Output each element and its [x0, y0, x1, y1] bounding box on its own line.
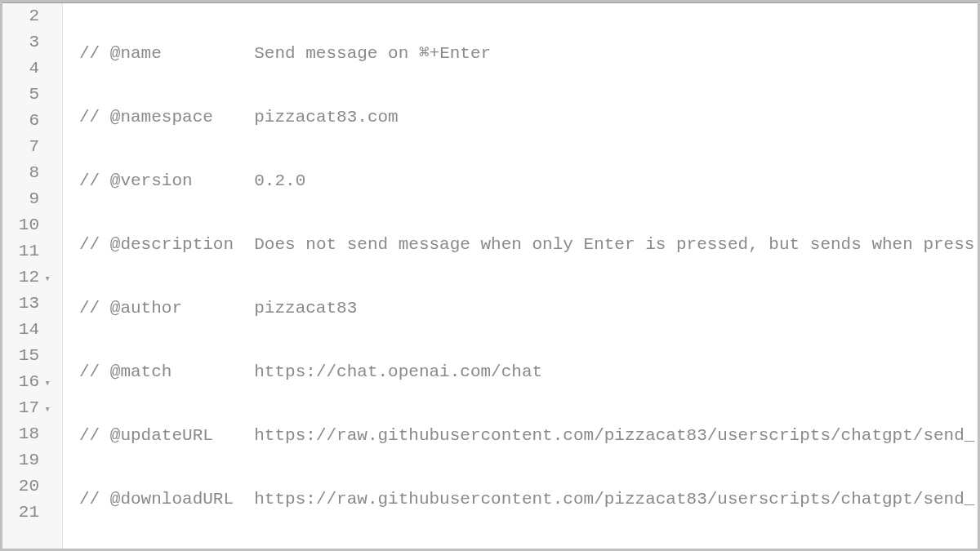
- fold-toggle-icon[interactable]: ▾: [41, 371, 51, 397]
- code-line: // @namespace pizzacat83.com: [79, 104, 978, 131]
- line-number: 10: [2, 212, 51, 238]
- code-line: // @version 0.2.0: [79, 168, 978, 194]
- line-number: 15: [2, 343, 51, 369]
- code-line: // @description Does not send message wh…: [79, 232, 978, 258]
- line-number: 5: [2, 82, 51, 108]
- code-line: // @name Send message on ⌘+Enter: [79, 41, 978, 67]
- line-number: 4: [2, 56, 51, 82]
- fold-toggle-icon[interactable]: ▾: [41, 397, 51, 423]
- line-number: 17▾: [2, 395, 51, 421]
- code-line: // @match https://chat.openai.com/chat: [79, 359, 978, 385]
- line-number: 6: [2, 108, 51, 134]
- line-number: 16▾: [2, 369, 51, 395]
- line-number: 11: [2, 238, 51, 264]
- line-number: 9: [2, 186, 51, 212]
- line-number: 20: [2, 473, 51, 500]
- line-number: 7: [2, 134, 51, 160]
- line-number: 12▾: [2, 264, 51, 291]
- line-number: 3: [2, 29, 51, 56]
- line-number-gutter: 23456789101112▾13141516▾17▾18192021: [2, 3, 63, 549]
- fold-toggle-icon[interactable]: ▾: [41, 266, 51, 292]
- line-number: 18: [2, 421, 51, 447]
- line-number: 19: [2, 447, 51, 473]
- editor-frame: 23456789101112▾13141516▾17▾18192021 // @…: [0, 0, 980, 551]
- line-number: 13: [2, 291, 51, 317]
- code-line: // @updateURL https://raw.githubusercont…: [79, 423, 978, 449]
- line-number: 2: [2, 3, 51, 29]
- line-number: 21: [2, 500, 51, 526]
- code-area[interactable]: // @name Send message on ⌘+Enter // @nam…: [63, 3, 978, 549]
- code-line: // @downloadURL https://raw.githubuserco…: [79, 487, 978, 513]
- code-editor[interactable]: 23456789101112▾13141516▾17▾18192021 // @…: [2, 3, 978, 549]
- code-line: // @author pizzacat83: [79, 295, 978, 322]
- line-number: 14: [2, 317, 51, 343]
- line-number: 8: [2, 160, 51, 186]
